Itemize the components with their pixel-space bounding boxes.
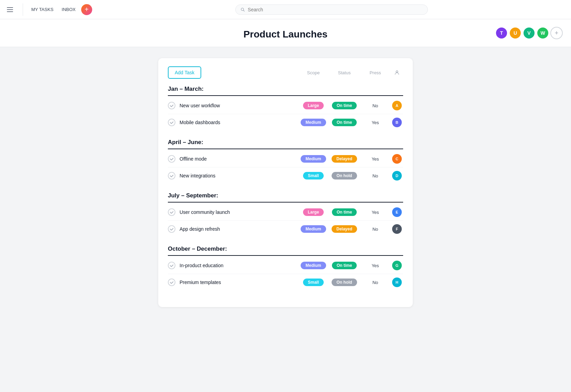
my-tasks-tab[interactable]: MY TASKS — [31, 6, 53, 13]
task-cols: SmallOn holdNoD — [298, 171, 403, 181]
nav-left: MY TASKS INBOX — [6, 3, 76, 16]
section-title: Jan – March: — [168, 86, 403, 92]
task-cols: LargeOn timeNoA — [298, 101, 403, 110]
search-input[interactable] — [248, 7, 423, 12]
avatar: B — [392, 118, 402, 127]
scope-badge: Large — [303, 208, 324, 216]
task-status: On hold — [329, 172, 360, 179]
status-badge: On time — [332, 119, 357, 126]
task-status: On time — [329, 102, 360, 109]
task-checkbox[interactable] — [168, 225, 175, 233]
task-assignee: H — [391, 277, 403, 287]
main-content: Add Task Scope Status Press Jan – March:… — [0, 47, 571, 318]
task-press: Yes — [360, 210, 391, 215]
nav-divider — [23, 3, 23, 16]
task-status: On time — [329, 262, 360, 269]
assignee-column-header — [391, 70, 403, 75]
sections-container: Jan – March:New user workflowLargeOn tim… — [168, 86, 403, 291]
status-badge: On time — [332, 208, 357, 216]
column-headers: Scope Status Press — [298, 70, 403, 75]
page-title: Product Launches — [0, 29, 571, 40]
task-press: No — [360, 103, 391, 108]
task-cols: MediumOn timeYesB — [298, 118, 403, 127]
task-name: New user workflow — [180, 103, 298, 108]
task-checkbox[interactable] — [168, 279, 175, 286]
table-row: In-product educationMediumOn timeYesG — [168, 257, 403, 274]
task-name: In-product education — [180, 263, 298, 268]
add-task-button[interactable]: Add Task — [168, 66, 201, 79]
task-status: Delayed — [329, 155, 360, 163]
search-bar — [235, 4, 428, 15]
hamburger-menu[interactable] — [6, 6, 14, 13]
section-divider — [168, 202, 403, 203]
table-row: New integrationsSmallOn holdNoD — [168, 167, 403, 184]
avatar: E — [392, 207, 402, 217]
avatar: C — [392, 154, 402, 164]
add-team-member-button[interactable]: + — [550, 27, 563, 39]
status-column-header: Status — [329, 70, 360, 75]
section-divider — [168, 95, 403, 96]
inbox-tab[interactable]: INBOX — [62, 6, 75, 13]
task-assignee: D — [391, 171, 403, 181]
scope-badge: Large — [303, 102, 324, 109]
task-scope: Medium — [298, 119, 329, 126]
avatar: D — [392, 171, 402, 181]
task-assignee: B — [391, 118, 403, 127]
press-column-header: Press — [360, 70, 391, 75]
add-button[interactable]: + — [81, 4, 92, 15]
section-divider — [168, 149, 403, 149]
task-assignee: A — [391, 101, 403, 110]
task-status: On time — [329, 119, 360, 126]
task-assignee: G — [391, 261, 403, 270]
task-checkbox[interactable] — [168, 262, 175, 269]
team-avatar: V — [523, 27, 535, 39]
task-name: User community launch — [180, 209, 298, 215]
task-name: New integrations — [180, 173, 298, 178]
task-press: No — [360, 173, 391, 178]
search-icon — [240, 7, 245, 12]
table-row: User community launchLargeOn timeYesE — [168, 204, 403, 221]
table-row: New user workflowLargeOn timeNoA — [168, 97, 403, 114]
task-assignee: F — [391, 224, 403, 234]
task-status: On time — [329, 208, 360, 216]
task-press: No — [360, 227, 391, 232]
task-scope: Large — [298, 208, 329, 216]
task-scope: Large — [298, 102, 329, 109]
task-checkbox[interactable] — [168, 155, 175, 163]
task-scope: Small — [298, 172, 329, 179]
task-checkbox[interactable] — [168, 208, 175, 216]
scope-badge: Small — [303, 279, 324, 286]
status-badge: On time — [332, 262, 357, 269]
table-row: Mobile dashboardsMediumOn timeYesB — [168, 114, 403, 131]
task-status: Delayed — [329, 225, 360, 233]
team-avatar: T — [495, 27, 508, 39]
page-header: Product Launches TUVW+ — [0, 19, 571, 47]
svg-point-2 — [396, 71, 398, 73]
task-cols: LargeOn timeYesE — [298, 207, 403, 217]
section-jan-march: Jan – March:New user workflowLargeOn tim… — [168, 86, 403, 131]
task-checkbox[interactable] — [168, 102, 175, 109]
table-row: App design refreshMediumDelayedNoF — [168, 221, 403, 237]
task-checkbox[interactable] — [168, 119, 175, 126]
task-assignee: E — [391, 207, 403, 217]
task-cols: MediumDelayedYesC — [298, 154, 403, 164]
team-avatar: U — [509, 27, 521, 39]
table-row: Offline modeMediumDelayedYesC — [168, 151, 403, 167]
scope-badge: Medium — [301, 155, 326, 163]
avatar: H — [392, 277, 402, 287]
task-name: Mobile dashboards — [180, 120, 298, 125]
table-row: Premium templatesSmallOn holdNoH — [168, 274, 403, 291]
status-badge: Delayed — [332, 155, 357, 163]
task-card: Add Task Scope Status Press Jan – March:… — [158, 58, 413, 307]
avatar: A — [392, 101, 402, 110]
section-title: April – June: — [168, 139, 403, 146]
task-checkbox[interactable] — [168, 172, 175, 179]
avatar: G — [392, 261, 402, 270]
svg-line-1 — [243, 10, 244, 11]
section-april-june: April – June:Offline modeMediumDelayedYe… — [168, 139, 403, 184]
status-badge: On time — [332, 102, 357, 109]
section-july-september: July – September:User community launchLa… — [168, 192, 403, 237]
team-avatar-group: TUVW+ — [495, 27, 563, 39]
task-status: On hold — [329, 279, 360, 286]
team-avatar: W — [537, 27, 549, 39]
